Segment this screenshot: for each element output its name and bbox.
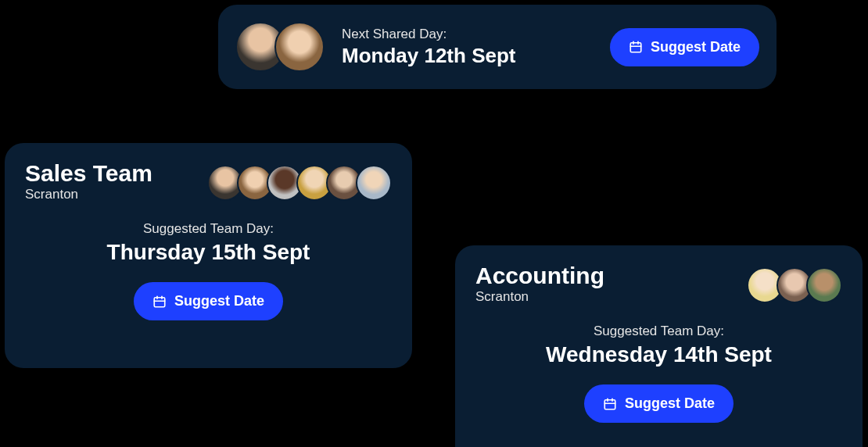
team-info: Sales Team Scranton bbox=[25, 160, 152, 202]
team-location: Scranton bbox=[25, 187, 152, 202]
avatar bbox=[274, 22, 325, 72]
card-body: Suggested Team Day: Thursday 15th Sept S… bbox=[25, 221, 392, 320]
button-label: Suggest Date bbox=[174, 293, 264, 309]
suggested-day-label: Suggested Team Day: bbox=[25, 221, 392, 237]
avatar bbox=[356, 165, 392, 201]
shared-text: Next Shared Day: Monday 12th Sept bbox=[342, 27, 610, 68]
team-card-sales: Sales Team Scranton Suggested Team Day: … bbox=[5, 143, 412, 368]
calendar-icon bbox=[152, 295, 167, 309]
shared-avatars bbox=[235, 22, 325, 72]
shared-day-card: Next Shared Day: Monday 12th Sept Sugges… bbox=[218, 5, 777, 89]
avatar bbox=[806, 267, 842, 303]
suggested-day-label: Suggested Team Day: bbox=[475, 324, 842, 339]
team-location: Scranton bbox=[475, 289, 604, 305]
card-header: Sales Team Scranton bbox=[25, 160, 392, 202]
suggest-date-button[interactable]: Suggest Date bbox=[584, 384, 733, 423]
team-title: Sales Team bbox=[25, 160, 152, 187]
suggest-date-button[interactable]: Suggest Date bbox=[610, 28, 759, 66]
team-card-accounting: Accounting Scranton Suggested Team Day: … bbox=[455, 245, 863, 447]
button-label: Suggest Date bbox=[651, 39, 741, 55]
svg-rect-8 bbox=[604, 399, 615, 409]
card-body: Suggested Team Day: Wednesday 14th Sept … bbox=[475, 324, 842, 423]
svg-rect-0 bbox=[630, 43, 641, 52]
team-title: Accounting bbox=[475, 263, 604, 289]
suggested-day-date: Thursday 15th Sept bbox=[25, 240, 392, 265]
button-label: Suggest Date bbox=[625, 395, 715, 412]
calendar-icon bbox=[629, 40, 643, 54]
team-avatars bbox=[207, 160, 392, 201]
team-avatars bbox=[747, 263, 842, 303]
calendar-icon bbox=[603, 397, 617, 411]
team-info: Accounting Scranton bbox=[475, 263, 604, 305]
shared-day-date: Monday 12th Sept bbox=[342, 44, 610, 68]
suggested-day-date: Wednesday 14th Sept bbox=[475, 342, 842, 367]
card-header: Accounting Scranton bbox=[475, 263, 842, 305]
svg-rect-4 bbox=[154, 297, 165, 306]
shared-day-label: Next Shared Day: bbox=[342, 27, 610, 42]
suggest-date-button[interactable]: Suggest Date bbox=[134, 282, 283, 320]
